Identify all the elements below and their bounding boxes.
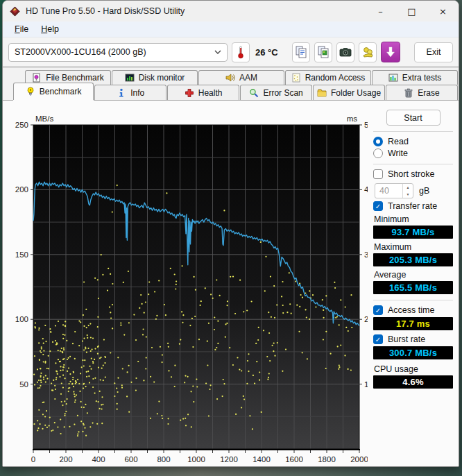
- svg-text:150: 150: [15, 250, 28, 259]
- maximum-label: Maximum: [374, 242, 453, 252]
- tab-label: Extra tests: [402, 73, 442, 83]
- maximize-button[interactable]: □: [396, 1, 427, 22]
- svg-text:20: 20: [364, 315, 368, 323]
- tab-extra-tests[interactable]: Extra tests: [372, 70, 458, 85]
- short-stroke-label: Short stroke: [388, 169, 434, 179]
- svg-text:0: 0: [31, 455, 35, 464]
- tab-label: Info: [130, 88, 144, 98]
- svg-text:50: 50: [364, 121, 368, 129]
- copy-text-button[interactable]: [292, 42, 310, 62]
- access-time-option[interactable]: ✓ Access time: [373, 305, 453, 315]
- magnifier-icon: [249, 88, 259, 98]
- divider: [373, 131, 453, 132]
- tab-benchmark[interactable]: Benchmark: [13, 83, 94, 100]
- short-stroke-spinner[interactable]: 40 ▲ ▼: [375, 183, 413, 198]
- svg-text:1600: 1600: [285, 455, 303, 464]
- menu-file[interactable]: File: [8, 23, 35, 35]
- menu-bar: File Help: [3, 22, 459, 37]
- donate-hand-icon: [362, 46, 374, 58]
- svg-text:2000: 2000: [350, 455, 368, 464]
- tab-folder-usage[interactable]: Folder Usage: [313, 85, 385, 100]
- close-button[interactable]: ×: [427, 1, 459, 22]
- benchmark-controls: Start Read Write Short stroke 40 ▲: [368, 104, 457, 467]
- menu-help[interactable]: Help: [35, 23, 65, 35]
- write-label: Write: [388, 148, 408, 158]
- svg-text:400: 400: [92, 455, 105, 464]
- drive-select-value: ST2000VX000-1CU164 (2000 gB): [15, 47, 214, 57]
- access-time-checkbox[interactable]: ✓: [373, 305, 383, 315]
- read-option[interactable]: Read: [373, 137, 453, 146]
- average-value: 165.5 MB/s: [373, 281, 453, 294]
- write-radio[interactable]: [373, 148, 383, 158]
- copy-image-button[interactable]: [314, 42, 332, 62]
- copy-image-icon: [318, 46, 329, 58]
- tab-error-scan[interactable]: Error Scan: [240, 85, 312, 100]
- svg-text:250: 250: [15, 121, 28, 129]
- svg-text:1000: 1000: [187, 455, 205, 464]
- tab-info[interactable]: Info: [94, 85, 166, 100]
- spinner-up-icon[interactable]: ▲: [403, 184, 413, 191]
- tab-label: Random Access: [305, 73, 366, 83]
- start-button[interactable]: Start: [386, 110, 440, 126]
- short-stroke-checkbox[interactable]: [373, 169, 383, 179]
- short-stroke-size: 40 ▲ ▼ gB: [375, 183, 453, 198]
- short-stroke-value: 40: [375, 186, 402, 196]
- write-option[interactable]: Write: [373, 148, 453, 158]
- title-bar: HD Tune Pro 5.50 - Hard Disk/SSD Utility…: [3, 1, 459, 22]
- svg-text:800: 800: [157, 455, 170, 464]
- exit-button[interactable]: Exit: [414, 42, 453, 62]
- thermometer-icon: [237, 45, 244, 59]
- minimum-label: Minimum: [374, 214, 453, 224]
- burst-rate-checkbox[interactable]: ✓: [373, 334, 383, 344]
- burst-rate-option[interactable]: ✓ Burst rate: [373, 334, 453, 344]
- maximum-value: 205.3 MB/s: [373, 253, 453, 266]
- tab-label: Error Scan: [263, 88, 302, 98]
- temperature-button[interactable]: [232, 42, 250, 62]
- tab-label: Health: [198, 88, 223, 98]
- svg-text:600: 600: [124, 455, 137, 464]
- tab-erase[interactable]: Erase: [386, 85, 458, 100]
- minimize-button[interactable]: –: [365, 1, 396, 22]
- average-label: Average: [374, 270, 453, 280]
- read-radio[interactable]: [373, 137, 383, 146]
- toolbar: ST2000VX000-1CU164 (2000 gB) 26 °C: [3, 37, 459, 68]
- tab-row-2: Benchmark Info Health: [3, 85, 459, 100]
- burst-rate-label: Burst rate: [388, 334, 425, 344]
- read-label: Read: [388, 137, 409, 146]
- tab-label: AAM: [239, 73, 257, 83]
- divider: [373, 164, 453, 164]
- drive-select[interactable]: ST2000VX000-1CU164 (2000 gB): [8, 43, 228, 62]
- transfer-rate-checkbox[interactable]: ✓: [373, 201, 383, 211]
- aam-icon: [225, 73, 235, 83]
- download-arrow-icon: [386, 46, 395, 58]
- svg-text:40: 40: [364, 185, 368, 194]
- short-stroke-option[interactable]: Short stroke: [373, 169, 453, 179]
- tab-random-access[interactable]: Random Access: [285, 70, 371, 85]
- tab-label: Disk monitor: [139, 73, 185, 83]
- folder-icon: [317, 88, 327, 98]
- camera-icon: [339, 47, 352, 57]
- divider: [373, 300, 453, 300]
- transfer-rate-option[interactable]: ✓ Transfer rate: [373, 201, 453, 211]
- benchmark-chart: 5010015020025010203040500200400600800100…: [4, 104, 368, 467]
- update-button[interactable]: [381, 42, 400, 62]
- spinner-down-icon[interactable]: ▼: [403, 191, 413, 198]
- burst-rate-value: 300.7 MB/s: [373, 346, 453, 359]
- svg-text:200: 200: [59, 455, 72, 464]
- screenshot-button[interactable]: [336, 42, 354, 62]
- tab-health[interactable]: Health: [167, 85, 239, 100]
- window-title: HD Tune Pro 5.50 - Hard Disk/SSD Utility: [26, 6, 365, 16]
- svg-text:MB/s: MB/s: [35, 114, 53, 123]
- minimum-value: 93.7 MB/s: [373, 226, 453, 239]
- svg-text:ms: ms: [347, 114, 358, 123]
- benchmark-icon: [26, 87, 35, 96]
- info-icon: [117, 88, 126, 98]
- tab-label: Benchmark: [40, 87, 82, 96]
- tab-aam[interactable]: AAM: [198, 70, 284, 85]
- trash-icon: [404, 88, 413, 98]
- svg-text:200: 200: [15, 185, 28, 194]
- svg-text:50: 50: [19, 380, 28, 389]
- donate-button[interactable]: [359, 42, 377, 62]
- chevron-down-icon: [214, 50, 221, 54]
- tab-disk-monitor[interactable]: Disk monitor: [112, 70, 198, 85]
